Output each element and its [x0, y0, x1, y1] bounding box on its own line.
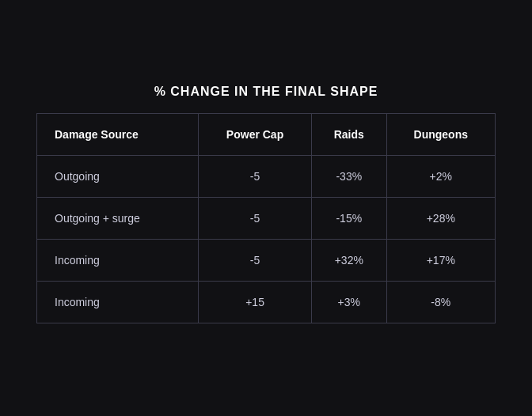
data-table: Damage Source Power Cap Raids Dungeons O… — [36, 113, 496, 323]
cell-power-cap: +15 — [199, 282, 312, 323]
cell-power-cap: -5 — [199, 156, 312, 198]
col-header-dungeons: Dungeons — [386, 114, 495, 156]
cell-source: Incoming — [37, 240, 199, 282]
col-header-raids: Raids — [311, 114, 386, 156]
cell-dungeons: +2% — [386, 156, 495, 198]
cell-raids: +3% — [311, 282, 386, 323]
page-title: % CHANGE IN THE FINAL SHAPE — [36, 85, 496, 99]
main-container: % CHANGE IN THE FINAL SHAPE Damage Sourc… — [21, 77, 511, 339]
cell-source: Incoming — [37, 282, 199, 323]
cell-power-cap: -5 — [199, 198, 312, 240]
cell-raids: +32% — [311, 240, 386, 282]
table-row: Outgoing + surge-5-15%+28% — [37, 198, 496, 240]
cell-dungeons: +28% — [386, 198, 495, 240]
table-row: Incoming+15+3%-8% — [37, 282, 496, 323]
cell-dungeons: +17% — [386, 240, 495, 282]
cell-power-cap: -5 — [199, 240, 312, 282]
cell-source: Outgoing + surge — [37, 198, 199, 240]
col-header-power-cap: Power Cap — [199, 114, 312, 156]
cell-source: Outgoing — [37, 156, 199, 198]
table-row: Incoming-5+32%+17% — [37, 240, 496, 282]
cell-raids: -15% — [311, 198, 386, 240]
table-row: Outgoing-5-33%+2% — [37, 156, 496, 198]
table-header-row: Damage Source Power Cap Raids Dungeons — [37, 114, 496, 156]
cell-raids: -33% — [311, 156, 386, 198]
col-header-source: Damage Source — [37, 114, 199, 156]
cell-dungeons: -8% — [386, 282, 495, 323]
